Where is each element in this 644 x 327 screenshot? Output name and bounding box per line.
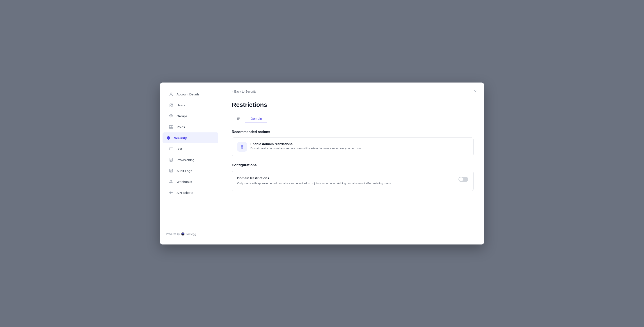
tabs-container: IP Domain	[232, 114, 474, 123]
tab-ip[interactable]: IP	[232, 114, 245, 123]
back-chevron-icon: ‹	[232, 89, 233, 93]
page-title: Restrictions	[232, 101, 474, 108]
provisioning-icon	[169, 157, 174, 162]
brand-name: frontegg	[186, 232, 196, 236]
sidebar-item-api-tokens[interactable]: API Tokens	[162, 187, 218, 198]
sidebar: Account Details Users	[160, 82, 221, 245]
action-icon-wrap	[237, 142, 247, 152]
close-button[interactable]: ×	[472, 88, 479, 95]
sidebar-footer: Powered by frontegg	[160, 229, 221, 239]
sidebar-label-api-tokens: API Tokens	[176, 191, 193, 195]
configurations-card: Domain Restrictions Only users with appr…	[232, 171, 474, 191]
svg-rect-8	[171, 125, 173, 127]
sidebar-item-account-details[interactable]: Account Details	[162, 89, 218, 100]
sidebar-label-sso: SSO	[176, 147, 184, 151]
domain-restrictions-toggle[interactable]	[458, 177, 468, 182]
tab-domain[interactable]: Domain	[245, 114, 267, 123]
config-row: Domain Restrictions Only users with appr…	[237, 176, 468, 186]
back-to-security-link[interactable]: ‹ Back to Security	[232, 89, 474, 93]
modal: × Account Details	[160, 82, 484, 245]
svg-point-5	[169, 115, 170, 116]
sidebar-item-audit-logs[interactable]: Audit Logs	[162, 165, 218, 176]
action-card-desc: Domain restrictions make sure only users…	[250, 147, 362, 150]
sidebar-item-provisioning[interactable]: Provisioning	[162, 154, 218, 165]
toggle-slider	[458, 177, 468, 182]
roles-icon	[169, 125, 174, 129]
sidebar-item-webhooks[interactable]: Webhooks	[162, 176, 218, 187]
config-card-desc: Only users with approved email domains c…	[237, 181, 392, 186]
sidebar-item-security[interactable]: Security	[162, 132, 218, 143]
sidebar-label-account-details: Account Details	[176, 92, 199, 96]
sidebar-label-provisioning: Provisioning	[176, 158, 194, 162]
config-text: Domain Restrictions Only users with appr…	[237, 176, 392, 186]
svg-rect-10	[171, 127, 173, 128]
sidebar-item-users[interactable]: Users	[162, 100, 218, 110]
sidebar-label-roles: Roles	[176, 125, 185, 129]
sidebar-label-users: Users	[176, 103, 185, 107]
svg-point-1	[172, 93, 172, 93]
lightbulb-icon	[240, 144, 245, 149]
recommended-actions-title: Recommended actions	[232, 130, 474, 134]
sidebar-label-groups: Groups	[176, 114, 187, 118]
security-icon	[166, 135, 171, 140]
sidebar-label-webhooks: Webhooks	[176, 180, 192, 184]
svg-point-6	[172, 115, 173, 116]
sidebar-item-roles[interactable]: Roles	[162, 121, 218, 132]
recommended-action-card: Enable domain restrictions Domain restri…	[232, 137, 474, 156]
svg-point-18	[170, 192, 171, 193]
users-icon	[169, 103, 174, 107]
configurations-title: Configurations	[232, 163, 474, 167]
sso-icon	[169, 146, 174, 151]
sidebar-label-security: Security	[174, 136, 187, 140]
groups-icon	[169, 114, 174, 118]
svg-point-2	[170, 104, 171, 105]
frontegg-logo: frontegg	[181, 232, 196, 236]
config-card-title: Domain Restrictions	[237, 176, 392, 180]
svg-point-4	[171, 114, 172, 116]
api-tokens-icon	[169, 190, 174, 195]
audit-logs-icon	[169, 168, 174, 173]
sidebar-label-audit-logs: Audit Logs	[176, 169, 192, 173]
account-details-icon	[169, 92, 174, 96]
webhooks-icon	[169, 179, 174, 184]
svg-point-0	[170, 93, 172, 94]
svg-point-3	[172, 104, 172, 105]
sidebar-item-sso[interactable]: SSO	[162, 143, 218, 154]
svg-rect-7	[169, 125, 171, 127]
svg-rect-9	[169, 127, 171, 128]
powered-by-label: Powered by	[166, 232, 180, 236]
main-content: ‹ Back to Security Restrictions IP Domai…	[221, 82, 484, 245]
modal-overlay: × Account Details	[0, 0, 644, 327]
back-link-label: Back to Security	[234, 90, 256, 93]
action-card-title: Enable domain restrictions	[250, 142, 362, 146]
action-text: Enable domain restrictions Domain restri…	[250, 142, 362, 150]
svg-point-20	[242, 145, 243, 146]
sidebar-item-groups[interactable]: Groups	[162, 110, 218, 121]
